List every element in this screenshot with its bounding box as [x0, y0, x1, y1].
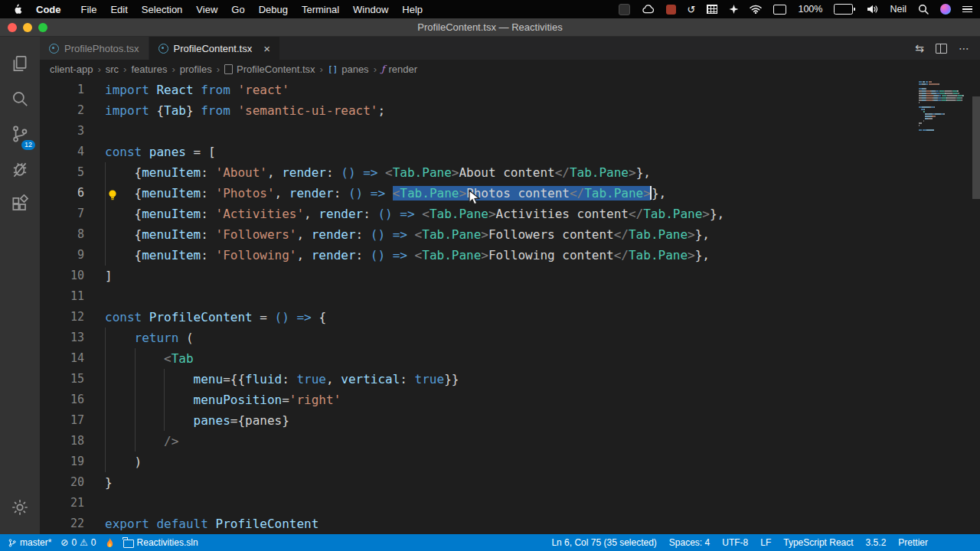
code-line-content[interactable] — [105, 121, 980, 142]
code-line-content[interactable]: /> — [105, 431, 980, 452]
menubar-item-help[interactable]: Help — [395, 4, 430, 15]
solution-status[interactable]: Reactivities.sln — [123, 537, 198, 548]
editor-scrollbar[interactable] — [972, 96, 980, 199]
code-token — [105, 393, 194, 407]
minimize-window-button[interactable] — [23, 23, 32, 32]
search-icon[interactable] — [2, 81, 38, 116]
problems-status[interactable]: ⊘ 0 ⚠ 0 — [60, 537, 96, 548]
code-token: > — [488, 207, 496, 221]
code-line: 9 {menuItem: 'Following', render: () => … — [40, 245, 980, 266]
status-ln-6-col-75-35-selected-[interactable]: Ln 6, Col 75 (35 selected) — [551, 537, 656, 548]
code-token: 'Activities' — [216, 207, 305, 221]
status-lf[interactable]: LF — [760, 537, 771, 548]
status-utf-8[interactable]: UTF-8 — [722, 537, 748, 548]
breadcrumb-item-profiles[interactable]: profiles — [180, 64, 212, 75]
code-token: } — [105, 475, 113, 490]
code-line-content[interactable] — [105, 286, 980, 307]
time-machine-icon[interactable]: ↺ — [688, 5, 696, 15]
close-window-button[interactable] — [8, 23, 17, 32]
cloud-icon[interactable] — [642, 5, 655, 14]
code-line-content[interactable] — [105, 493, 980, 514]
code-line-content[interactable]: {menuItem: 'Photos', render: () => <Tab.… — [105, 183, 980, 204]
code-line-content[interactable]: import React from 'react' — [105, 80, 980, 100]
menubar-item-selection[interactable]: Selection — [135, 4, 189, 15]
open-changes-icon[interactable]: ⇆ — [915, 42, 924, 54]
extensions-icon[interactable] — [2, 187, 38, 222]
code-token — [230, 83, 238, 97]
code-line-content[interactable]: const panes = [ — [105, 142, 980, 162]
code-line-content[interactable]: {menuItem: 'Following', render: () => <T… — [105, 245, 980, 266]
code-token: : — [201, 165, 215, 180]
code-line-content[interactable]: return ( — [105, 328, 980, 348]
display-icon[interactable] — [773, 5, 786, 15]
menubar-item-window[interactable]: Window — [346, 4, 395, 15]
split-editor-icon[interactable] — [936, 44, 947, 54]
breadcrumb-item-features[interactable]: features — [131, 64, 167, 75]
code-line-content[interactable]: {menuItem: 'About', render: () => <Tab.P… — [105, 162, 980, 183]
editor-tab-profilephotos-tsx[interactable]: ProfilePhotos.tsx — [40, 37, 149, 60]
user-menu[interactable]: Neil — [890, 4, 906, 15]
code-line-content[interactable]: <Tab — [105, 348, 980, 369]
spotlight-icon[interactable] — [918, 4, 929, 15]
code-line-content[interactable]: menu={{fluid: true, vertical: true}} — [105, 369, 980, 390]
debug-icon[interactable] — [2, 152, 38, 187]
close-tab-icon[interactable]: × — [263, 43, 270, 54]
code-line-content[interactable]: } — [105, 472, 980, 493]
editor-tab-profilecontent-tsx[interactable]: ProfileContent.tsx× — [149, 37, 280, 60]
breadcrumb-item-render[interactable]: ƒrender — [381, 64, 417, 75]
breadcrumb-item-profilecontent-tsx[interactable]: ProfileContent.tsx — [224, 64, 315, 75]
wifi-icon[interactable] — [750, 5, 762, 14]
code-line-content[interactable]: menuPosition='right' — [105, 390, 980, 410]
code-token: 'semantic-ui-react' — [237, 103, 377, 118]
code-line-content[interactable]: export default ProfileContent — [105, 514, 980, 534]
status-typescript-react[interactable]: TypeScript React — [783, 537, 853, 548]
tools-icon[interactable] — [619, 4, 630, 15]
error-count: 0 — [71, 537, 77, 548]
code-editor[interactable]: 1import React from 'react'2import {Tab} … — [40, 78, 980, 534]
warnings-icon: ⚠ — [80, 537, 88, 548]
breadcrumb-item-src[interactable]: src — [106, 64, 119, 75]
code-token: , — [296, 227, 311, 242]
menubar-item-edit[interactable]: Edit — [103, 4, 134, 15]
settings-gear-icon[interactable] — [2, 490, 38, 525]
status-prettier[interactable]: Prettier — [898, 537, 928, 548]
code-line-content[interactable]: panes={panes} — [105, 410, 980, 431]
code-line-content[interactable]: ) — [105, 452, 980, 472]
status-3-5-2[interactable]: 3.5.2 — [866, 537, 887, 548]
menubar-item-view[interactable]: View — [189, 4, 224, 15]
screen-record-icon[interactable] — [666, 5, 676, 15]
control-center-icon[interactable] — [962, 6, 972, 13]
battery-icon[interactable] — [834, 4, 855, 15]
code-line-content[interactable]: import {Tab} from 'semantic-ui-react'; — [105, 100, 980, 121]
volume-icon[interactable] — [867, 5, 878, 14]
breadcrumb-separator: › — [217, 64, 220, 75]
menubar-item-go[interactable]: Go — [224, 4, 251, 15]
menubar-item-debug[interactable]: Debug — [252, 4, 295, 15]
code-line-content[interactable]: ] — [105, 266, 980, 286]
explorer-icon[interactable] — [2, 46, 38, 81]
more-actions-icon[interactable]: ⋯ — [959, 42, 969, 54]
code-line-content[interactable]: const ProfileContent = () => { — [105, 307, 980, 328]
keyboard-grid-icon[interactable] — [707, 5, 717, 14]
code-token: > — [688, 248, 695, 262]
menubar-app-name[interactable]: Code — [30, 4, 67, 15]
line-number: 18 — [40, 431, 84, 452]
sparkle-icon[interactable] — [729, 5, 738, 14]
zoom-window-button[interactable] — [38, 23, 47, 32]
git-branch-status[interactable]: master* — [8, 537, 51, 548]
menubar-item-terminal[interactable]: Terminal — [295, 4, 346, 15]
menubar-item-file[interactable]: File — [74, 4, 104, 15]
window-titlebar[interactable]: ProfileContent.tsx — Reactivities — [0, 18, 980, 37]
breadcrumb-item-client-app[interactable]: client-app — [50, 64, 93, 75]
minimap[interactable] — [919, 81, 968, 132]
code-line-content[interactable]: {menuItem: 'Activities', render: () => <… — [105, 204, 980, 224]
source-control-icon[interactable]: 12 — [2, 116, 38, 152]
code-line-content[interactable]: {menuItem: 'Followers', render: () => <T… — [105, 224, 980, 245]
apple-menu-icon[interactable] — [12, 3, 24, 16]
status-spaces-4[interactable]: Spaces: 4 — [669, 537, 710, 548]
siri-icon[interactable] — [940, 4, 951, 15]
code-token: </ — [614, 248, 629, 262]
breadcrumb-item-panes[interactable]: []panes — [328, 64, 369, 75]
flame-icon[interactable] — [106, 538, 114, 548]
status-bar: master* ⊘ 0 ⚠ 0 Reactivities.sln Ln 6, C… — [0, 534, 980, 551]
